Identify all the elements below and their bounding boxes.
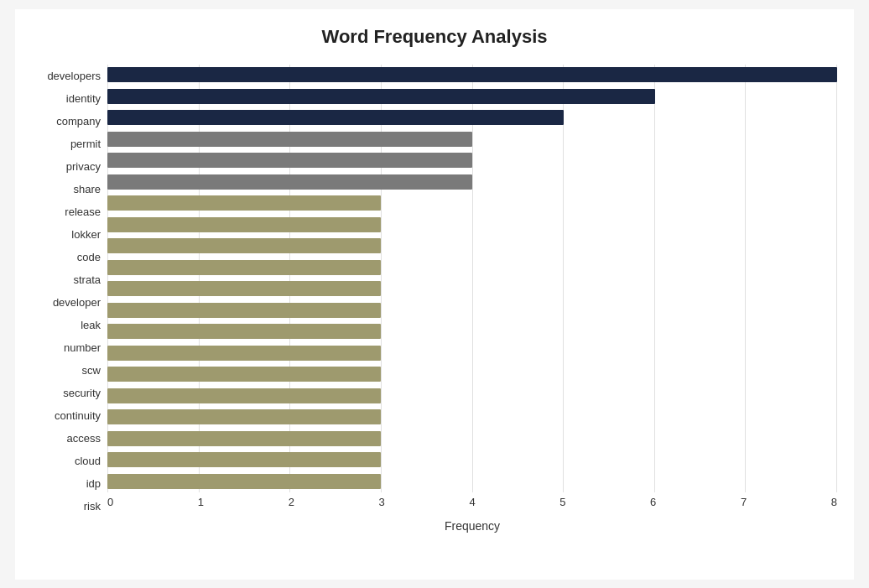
y-label-leak: leak xyxy=(32,320,101,330)
x-tick-0: 0 xyxy=(107,496,113,518)
y-label-privacy: privacy xyxy=(32,161,101,172)
bar-scw xyxy=(107,346,381,361)
y-label-release: release xyxy=(32,206,101,217)
x-axis-ticks: 012345678 xyxy=(107,492,837,518)
bar-row-identity xyxy=(107,87,837,106)
bar-row-strata xyxy=(107,258,837,277)
bar-security xyxy=(107,367,381,382)
bar-cloud xyxy=(107,431,381,446)
y-axis-labels: developersidentitycompanypermitprivacysh… xyxy=(32,65,107,518)
bar-leak xyxy=(107,303,381,318)
bar-identity xyxy=(107,89,655,104)
bar-share xyxy=(107,174,472,190)
bar-row-release xyxy=(107,194,837,212)
x-tick-6: 6 xyxy=(650,496,656,518)
x-axis-label: Frequency xyxy=(107,519,837,533)
y-label-developers: developers xyxy=(32,70,101,81)
bar-lokker xyxy=(107,217,381,232)
x-tick-3: 3 xyxy=(379,496,385,518)
bar-row-security xyxy=(107,365,837,383)
bar-company xyxy=(107,110,564,125)
y-label-developer: developer xyxy=(32,297,101,308)
bar-strata xyxy=(107,260,381,275)
bar-row-code xyxy=(107,237,837,255)
x-tick-8: 8 xyxy=(831,496,837,518)
bar-row-privacy xyxy=(107,151,837,169)
bar-row-scw xyxy=(107,344,837,362)
y-label-strata: strata xyxy=(32,274,101,285)
bar-idp xyxy=(107,452,381,467)
bar-risk xyxy=(107,474,381,489)
chart-container: Word Frequency Analysis developersidenti… xyxy=(15,9,854,580)
bar-row-continuity xyxy=(107,387,837,405)
chart-title: Word Frequency Analysis xyxy=(32,26,837,48)
bar-privacy xyxy=(107,153,472,168)
bars-area: 012345678 Frequency xyxy=(107,65,837,518)
y-label-access: access xyxy=(32,433,101,444)
bar-access xyxy=(107,409,381,424)
bars-container xyxy=(107,65,837,492)
x-tick-7: 7 xyxy=(741,496,747,518)
bar-number xyxy=(107,324,381,339)
y-label-security: security xyxy=(32,388,101,398)
bar-row-idp xyxy=(107,450,837,469)
x-tick-2: 2 xyxy=(289,496,294,518)
bar-row-leak xyxy=(107,301,837,320)
y-label-lokker: lokker xyxy=(32,229,101,240)
bar-row-share xyxy=(107,173,837,191)
bar-release xyxy=(107,195,381,211)
bar-developers xyxy=(107,67,837,82)
x-tick-1: 1 xyxy=(198,496,204,518)
y-label-company: company xyxy=(32,116,101,127)
x-tick-5: 5 xyxy=(559,496,565,518)
y-label-risk: risk xyxy=(32,501,101,512)
bar-row-access xyxy=(107,408,837,426)
x-tick-4: 4 xyxy=(469,496,475,518)
bar-row-permit xyxy=(107,130,837,148)
y-label-cloud: cloud xyxy=(32,455,101,466)
bar-row-developer xyxy=(107,279,837,298)
y-label-number: number xyxy=(32,342,101,353)
bar-continuity xyxy=(107,388,381,403)
bar-row-cloud xyxy=(107,429,837,448)
bar-permit xyxy=(107,132,472,147)
bar-row-company xyxy=(107,108,837,127)
bar-row-lokker xyxy=(107,216,837,234)
y-label-permit: permit xyxy=(32,138,101,149)
y-label-code: code xyxy=(32,252,101,263)
bar-developer xyxy=(107,281,381,296)
bar-row-developers xyxy=(107,65,837,84)
y-label-share: share xyxy=(32,184,101,195)
y-label-idp: idp xyxy=(32,478,101,489)
bar-code xyxy=(107,238,381,253)
bar-row-number xyxy=(107,322,837,341)
y-label-continuity: continuity xyxy=(32,410,101,421)
y-label-identity: identity xyxy=(32,93,101,104)
y-label-scw: scw xyxy=(32,365,101,376)
bar-row-risk xyxy=(107,472,837,491)
